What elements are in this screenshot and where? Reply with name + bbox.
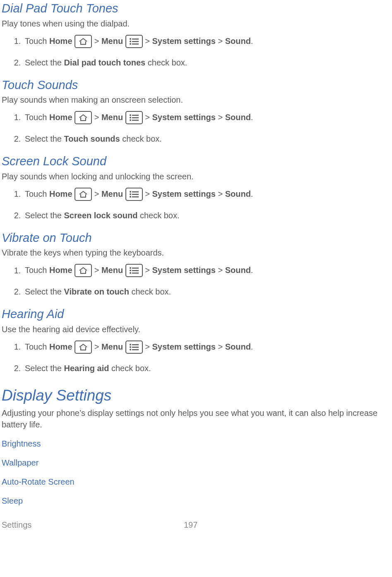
svg-rect-29 [132, 349, 139, 350]
link-item[interactable]: Brightness [2, 438, 392, 449]
svg-rect-17 [132, 196, 139, 198]
step-item: Touch Home > Menu > System settings > So… [23, 341, 392, 354]
label-system-settings: System settings [152, 342, 215, 351]
desc-display-settings: Adjusting your phone’s display settings … [2, 407, 392, 430]
svg-rect-15 [132, 194, 139, 195]
period: . [251, 189, 253, 198]
separator: > [216, 189, 225, 198]
menu-icon [125, 111, 143, 124]
step-item: Touch Home > Menu > System settings > So… [23, 264, 392, 278]
manual-page: Dial Pad Touch TonesPlay tones when usin… [0, 0, 392, 531]
label-system-settings: System settings [152, 113, 215, 122]
link-item[interactable]: Wallpaper [2, 457, 392, 468]
step-item: Select the Hearing aid check box. [23, 362, 392, 374]
link-item[interactable]: Auto-Rotate Screen [2, 476, 392, 488]
step-item: Select the Screen lock sound check box. [23, 210, 392, 221]
section-heading: Screen Lock Sound [2, 153, 392, 170]
svg-point-16 [130, 196, 131, 198]
separator: > [92, 36, 101, 46]
steps-list: Touch Home > Menu > System settings > So… [2, 188, 392, 221]
label-menu: Menu [101, 36, 123, 46]
heading-display-settings: Display Settings [2, 385, 392, 406]
label-sound: Sound [225, 266, 251, 275]
svg-point-2 [130, 41, 131, 42]
home-icon [75, 188, 92, 201]
svg-point-26 [130, 346, 131, 348]
option-name: Vibrate on touch [64, 287, 129, 296]
label-sound: Sound [225, 342, 251, 351]
menu-icon [125, 340, 143, 354]
display-links: BrightnessWallpaperAuto-Rotate ScreenSle… [2, 438, 392, 507]
label-sound: Sound [225, 189, 251, 198]
step-item: Touch Home > Menu > System settings > So… [23, 188, 392, 201]
text-touch: Touch [25, 36, 49, 46]
separator: > [143, 113, 152, 122]
separator: > [143, 189, 152, 198]
section: Vibrate on TouchVibrate the keys when ty… [2, 229, 392, 298]
label-system-settings: System settings [152, 36, 215, 46]
svg-point-12 [130, 191, 131, 193]
home-icon [75, 35, 92, 48]
sound-sections: Dial Pad Touch TonesPlay tones when usin… [2, 0, 392, 374]
period: . [251, 266, 253, 275]
steps-list: Touch Home > Menu > System settings > So… [2, 264, 392, 297]
step-item: Select the Dial pad touch tones check bo… [23, 57, 392, 68]
text-touch: Touch [25, 189, 49, 198]
svg-point-0 [130, 38, 131, 40]
svg-rect-9 [132, 117, 139, 118]
label-system-settings: System settings [152, 266, 215, 275]
svg-point-18 [130, 267, 131, 269]
text-select-the: Select the [25, 58, 64, 67]
section: Screen Lock SoundPlay sounds when lockin… [2, 153, 392, 221]
label-sound: Sound [225, 113, 251, 122]
label-menu: Menu [101, 113, 123, 122]
label-sound: Sound [225, 36, 251, 46]
separator: > [216, 342, 225, 351]
text-select-the: Select the [25, 134, 64, 143]
period: . [251, 342, 253, 351]
footer-section-title: Settings [2, 519, 184, 531]
label-menu: Menu [101, 342, 123, 351]
period: . [251, 113, 253, 122]
section-heading: Touch Sounds [2, 77, 392, 94]
option-name: Touch sounds [64, 134, 120, 143]
svg-rect-1 [132, 39, 139, 40]
link-item[interactable]: Sleep [2, 495, 392, 507]
menu-icon [125, 188, 143, 201]
text-touch: Touch [25, 266, 49, 275]
label-home: Home [49, 266, 72, 275]
label-menu: Menu [101, 266, 123, 275]
label-home: Home [49, 113, 72, 122]
option-name: Screen lock sound [64, 211, 138, 220]
separator: > [92, 113, 101, 122]
svg-point-24 [130, 344, 131, 345]
section-desc: Vibrate the keys when typing the keyboar… [2, 247, 392, 258]
svg-rect-27 [132, 347, 139, 348]
separator: > [143, 342, 152, 351]
step-item: Touch Home > Menu > System settings > So… [23, 111, 392, 125]
home-icon [75, 340, 92, 354]
period: . [251, 36, 253, 46]
section-desc: Play sounds when making an onscreen sele… [2, 94, 392, 106]
svg-rect-21 [132, 270, 139, 271]
svg-rect-7 [132, 115, 139, 116]
section: Touch SoundsPlay sounds when making an o… [2, 77, 392, 145]
label-home: Home [49, 342, 72, 351]
svg-point-28 [130, 349, 131, 350]
separator: > [92, 189, 101, 198]
page-footer: Settings 197 [2, 519, 392, 531]
svg-point-8 [130, 117, 131, 118]
text-check-box: check box. [129, 287, 171, 296]
footer-page-number: 197 [184, 519, 197, 531]
label-system-settings: System settings [152, 189, 215, 198]
separator: > [92, 266, 101, 275]
section-heading: Vibrate on Touch [2, 229, 392, 246]
svg-rect-25 [132, 344, 139, 345]
text-select-the: Select the [25, 364, 64, 373]
svg-point-20 [130, 270, 131, 271]
option-name: Hearing aid [64, 364, 109, 373]
steps-list: Touch Home > Menu > System settings > So… [2, 111, 392, 145]
svg-point-4 [130, 43, 131, 45]
step-item: Touch Home > Menu > System settings > So… [23, 35, 392, 48]
text-check-box: check box. [145, 58, 187, 67]
